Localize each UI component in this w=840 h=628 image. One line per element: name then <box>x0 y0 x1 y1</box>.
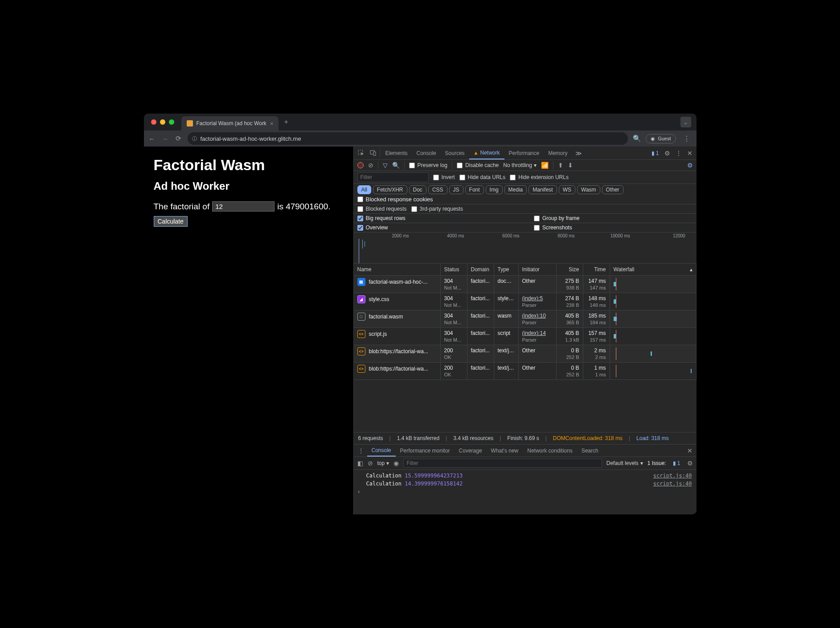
filter-pill-ws[interactable]: WS <box>559 185 575 194</box>
console-filter-input[interactable] <box>403 459 602 468</box>
hide-ext-urls-checkbox[interactable]: Hide extension URLs <box>510 174 569 180</box>
col-type[interactable]: Type <box>494 264 519 275</box>
profile-button[interactable]: ◉ Guest <box>646 134 676 143</box>
table-row[interactable]: ⬚factorial.wasm 304Not M... factori... w… <box>354 310 697 328</box>
browser-tab[interactable]: Factorial Wasm (ad hoc Work × <box>181 116 279 130</box>
chrome-menu-button[interactable]: ⋮ <box>680 135 693 143</box>
filter-pill-font[interactable]: Font <box>465 185 484 194</box>
network-filter-input[interactable] <box>357 172 429 182</box>
issues-badge[interactable]: ▮ 1 <box>649 150 661 156</box>
timeline-tick: 10000 ms <box>611 233 630 238</box>
col-initiator[interactable]: Initiator <box>519 264 557 275</box>
invert-checkbox[interactable]: Invert <box>433 174 455 180</box>
col-time[interactable]: Time <box>583 264 610 275</box>
tab-overflow-button[interactable]: ⌄ <box>680 117 691 127</box>
network-settings-icon[interactable]: ⚙ <box>687 162 693 169</box>
drawer-tab-what-s-new[interactable]: What's new <box>487 444 523 457</box>
throttling-select[interactable]: No throttling ▾ <box>503 162 537 168</box>
timeline-overview[interactable]: 2000 ms4000 ms6000 ms8000 ms10000 ms1200… <box>354 232 697 264</box>
url-input[interactable]: ⓘ factorial-wasm-ad-hoc-worker.glitch.me <box>188 132 628 145</box>
console-sidebar-icon[interactable]: ◧ <box>357 460 363 467</box>
group-frame-checkbox[interactable]: Group by frame <box>534 215 579 221</box>
blocked-cookies-checkbox[interactable]: Blocked response cookies <box>357 196 433 203</box>
filter-toggle-icon[interactable]: ▽ <box>383 162 388 169</box>
devtools-tab-performance[interactable]: Performance <box>504 147 544 159</box>
drawer-menu-icon[interactable]: ⋮ <box>356 447 366 454</box>
search-icon[interactable]: 🔍 <box>392 162 400 169</box>
context-select[interactable]: top ▾ <box>377 460 389 466</box>
devtools-close-icon[interactable]: ✕ <box>685 150 695 157</box>
devtools-tab-sources[interactable]: Sources <box>441 147 469 159</box>
preserve-log-checkbox[interactable]: Preserve log <box>409 162 447 168</box>
overview-checkbox[interactable]: Overview <box>357 224 388 231</box>
devtools-menu-icon[interactable]: ⋮ <box>673 150 684 157</box>
table-row[interactable]: ▤factorial-wasm-ad-hoc-... 304Not M... f… <box>354 276 697 293</box>
network-conditions-icon[interactable]: 📶 <box>541 162 549 169</box>
hide-data-urls-checkbox[interactable]: Hide data URLs <box>459 174 506 180</box>
zoom-icon[interactable]: 🔍 <box>632 135 641 143</box>
filter-pill-all[interactable]: All <box>357 185 371 194</box>
drawer-tab-console[interactable]: Console <box>367 444 396 457</box>
drawer-tab-search[interactable]: Search <box>577 444 603 457</box>
inspect-icon[interactable] <box>356 150 367 156</box>
settings-icon[interactable]: ⚙ <box>662 150 672 157</box>
page-h1: Factorial Wasm <box>154 156 344 174</box>
filter-pill-manifest[interactable]: Manifest <box>529 185 557 194</box>
record-button[interactable] <box>357 162 364 168</box>
devtools-tab-memory[interactable]: Memory <box>544 147 572 159</box>
filter-pill-other[interactable]: Other <box>602 185 623 194</box>
big-rows-checkbox[interactable]: Big request rows <box>357 215 406 221</box>
log-source-link[interactable]: script.js:40 <box>653 481 692 487</box>
filter-pill-media[interactable]: Media <box>504 185 527 194</box>
col-waterfall[interactable]: Waterfall ▴ <box>610 264 697 275</box>
tab-close-icon[interactable]: × <box>270 120 274 127</box>
filter-pill-fetchxhr[interactable]: Fetch/XHR <box>373 185 407 194</box>
screenshots-checkbox[interactable]: Screenshots <box>534 224 572 231</box>
more-tabs-icon[interactable]: ≫ <box>573 150 584 157</box>
import-har-icon[interactable]: ⬆ <box>558 162 563 169</box>
col-name[interactable]: Name <box>354 264 441 275</box>
factorial-input[interactable] <box>212 201 275 212</box>
col-size[interactable]: Size <box>557 264 583 275</box>
filter-pill-css[interactable]: CSS <box>428 185 447 194</box>
log-source-link[interactable]: script.js:40 <box>653 473 692 479</box>
drawer-tab-performance-monitor[interactable]: Performance monitor <box>396 444 455 457</box>
back-button[interactable]: ← <box>148 135 156 143</box>
third-party-checkbox[interactable]: 3rd-party requests <box>411 206 463 212</box>
drawer-close-icon[interactable]: ✕ <box>685 447 695 454</box>
drawer-tab-network-conditions[interactable]: Network conditions <box>523 444 577 457</box>
window-maximize-button[interactable] <box>169 119 174 125</box>
reload-button[interactable]: ⟳ <box>174 135 183 143</box>
console-issue-badge[interactable]: ▮1 <box>671 460 683 466</box>
filter-pill-js[interactable]: JS <box>449 185 463 194</box>
table-row[interactable]: <>blob:https://factorial-wa... 200OK fac… <box>354 363 697 380</box>
calculate-button[interactable]: Calculate <box>154 216 188 227</box>
col-status[interactable]: Status <box>441 264 467 275</box>
console-settings-icon[interactable]: ⚙ <box>687 460 693 467</box>
log-levels-select[interactable]: Default levels ▾ <box>606 460 643 466</box>
new-tab-button[interactable]: + <box>284 118 288 126</box>
console-clear-icon[interactable]: ⊘ <box>368 460 373 467</box>
col-domain[interactable]: Domain <box>467 264 494 275</box>
table-row[interactable]: <>script.js 304Not M... factori... scrip… <box>354 328 697 345</box>
site-info-icon[interactable]: ⓘ <box>192 135 197 142</box>
live-expression-icon[interactable]: ◉ <box>393 460 399 467</box>
filter-pill-img[interactable]: Img <box>486 185 503 194</box>
window-close-button[interactable] <box>151 119 156 125</box>
window-minimize-button[interactable] <box>160 119 165 125</box>
devtools-tab-console[interactable]: Console <box>412 147 441 159</box>
filter-pill-wasm[interactable]: Wasm <box>577 185 600 194</box>
drawer-tab-coverage[interactable]: Coverage <box>455 444 487 457</box>
disable-cache-checkbox[interactable]: Disable cache <box>457 162 499 168</box>
device-toggle-icon[interactable] <box>368 150 379 156</box>
console-prompt[interactable]: › <box>354 488 697 496</box>
table-row[interactable]: ◢style.css 304Not M... factori... styles… <box>354 293 697 310</box>
forward-button[interactable]: → <box>161 135 170 143</box>
clear-icon[interactable]: ⊘ <box>368 162 373 169</box>
table-row[interactable]: <>blob:https://factorial-wa... 200OK fac… <box>354 345 697 363</box>
filter-pill-doc[interactable]: Doc <box>409 185 426 194</box>
devtools-tab-elements[interactable]: Elements <box>381 147 412 159</box>
blocked-requests-checkbox[interactable]: Blocked requests <box>357 206 407 212</box>
devtools-tab-network[interactable]: ▲Network <box>469 147 504 159</box>
export-har-icon[interactable]: ⬇ <box>568 162 573 169</box>
